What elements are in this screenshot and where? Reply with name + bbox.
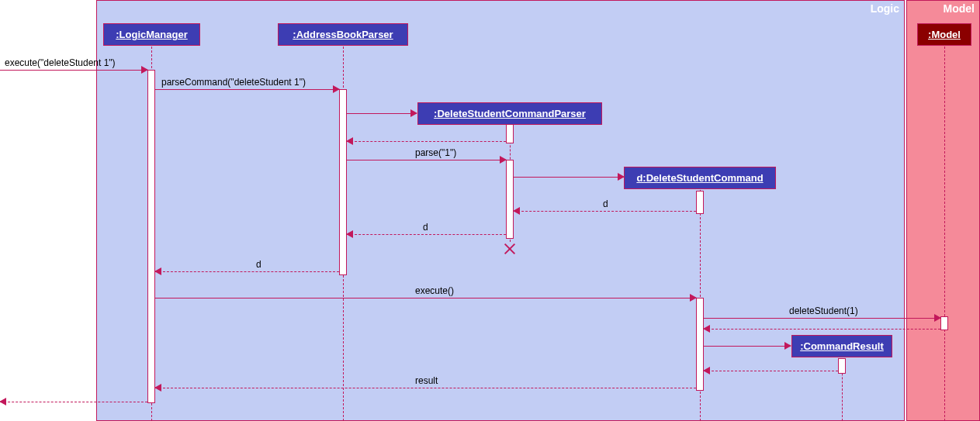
lifeline-delete-student-command-parser: :DeleteStudentCommandParser [417, 102, 602, 125]
activation-dsc-parser-2 [506, 160, 514, 239]
lifeline-addressbook-parser: :AddressBookParser [278, 23, 408, 46]
model-frame: Model [906, 0, 980, 421]
logic-frame-title: Logic [871, 2, 899, 15]
activation-ds-command-2 [696, 298, 704, 391]
lifeline-delete-student-command: d:DeleteStudentCommand [624, 167, 776, 189]
model-frame-title: Model [944, 2, 975, 15]
lifeline-line-model [944, 47, 945, 421]
sequence-diagram: Logic Model :LogicManager :AddressBookPa… [0, 0, 980, 421]
activation-model [940, 316, 948, 330]
activation-cmd-result [838, 358, 846, 374]
activation-ds-command-1 [696, 191, 704, 214]
logic-frame: Logic [96, 0, 905, 421]
activation-dsc-parser-1 [506, 124, 514, 143]
destroy-icon [503, 242, 517, 256]
lifeline-logic-manager: :LogicManager [103, 23, 200, 46]
activation-ab-parser [339, 89, 347, 275]
lifeline-model: :Model [917, 23, 971, 46]
activation-logic-manager [147, 70, 155, 403]
lifeline-command-result: :CommandResult [791, 335, 892, 357]
